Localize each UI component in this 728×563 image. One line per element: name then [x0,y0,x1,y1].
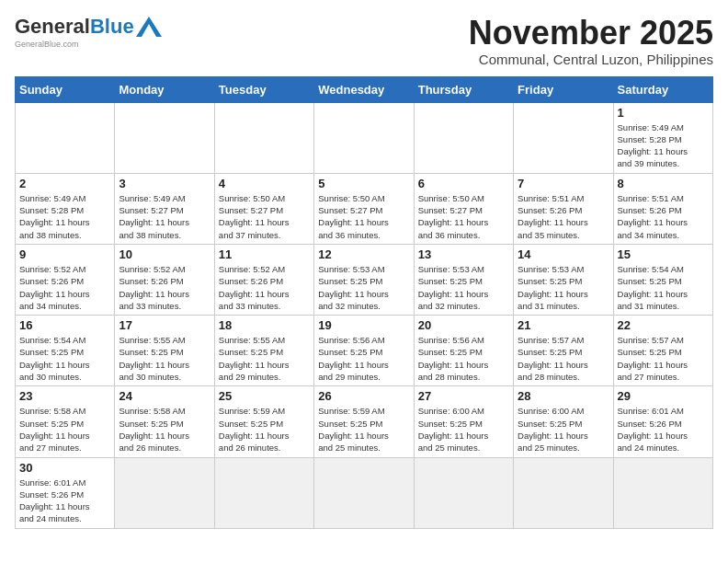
weekday-header-saturday: Saturday [613,76,712,102]
week-row-3: 9Sunrise: 5:52 AM Sunset: 5:26 PM Daylig… [16,244,713,315]
day-info: Sunrise: 5:50 AM Sunset: 5:27 PM Dayligh… [318,192,409,241]
calendar-cell: 22Sunrise: 5:57 AM Sunset: 5:25 PM Dayli… [613,316,712,386]
calendar-cell: 3Sunrise: 5:49 AM Sunset: 5:27 PM Daylig… [115,173,214,244]
title-area: November 2025 Communal, Central Luzon, P… [469,15,713,67]
day-number: 16 [19,318,110,332]
day-number: 18 [219,318,310,332]
day-number: 6 [418,177,509,190]
calendar-cell: 21Sunrise: 5:57 AM Sunset: 5:25 PM Dayli… [514,316,613,386]
calendar-cell: 7Sunrise: 5:51 AM Sunset: 5:26 PM Daylig… [514,173,613,244]
day-info: Sunrise: 5:49 AM Sunset: 5:28 PM Dayligh… [19,192,110,241]
day-info: Sunrise: 5:58 AM Sunset: 5:25 PM Dayligh… [119,405,210,454]
day-number: 10 [119,247,210,261]
calendar-cell: 4Sunrise: 5:50 AM Sunset: 5:27 PM Daylig… [214,173,313,244]
day-info: Sunrise: 5:52 AM Sunset: 5:26 PM Dayligh… [219,263,310,312]
week-row-5: 23Sunrise: 5:58 AM Sunset: 5:25 PM Dayli… [16,386,713,457]
day-number: 5 [318,177,409,190]
logo-url: GeneralBlue.com [15,40,79,49]
day-info: Sunrise: 5:53 AM Sunset: 5:25 PM Dayligh… [418,263,509,312]
logo-icon [136,17,162,37]
day-info: Sunrise: 5:53 AM Sunset: 5:25 PM Dayligh… [518,263,609,312]
day-info: Sunrise: 6:00 AM Sunset: 5:25 PM Dayligh… [418,405,509,454]
weekday-header-sunday: Sunday [16,76,115,102]
day-info: Sunrise: 5:49 AM Sunset: 5:28 PM Dayligh… [618,121,709,170]
day-number: 15 [618,247,709,261]
day-number: 26 [318,389,409,403]
weekday-header-monday: Monday [115,76,214,102]
day-info: Sunrise: 5:50 AM Sunset: 5:27 PM Dayligh… [418,192,509,241]
weekday-header-row: SundayMondayTuesdayWednesdayThursdayFrid… [16,76,713,102]
calendar-cell: 19Sunrise: 5:56 AM Sunset: 5:25 PM Dayli… [314,316,414,386]
day-number: 4 [219,177,310,190]
day-info: Sunrise: 5:57 AM Sunset: 5:25 PM Dayligh… [518,334,609,383]
calendar-cell [115,102,214,173]
day-info: Sunrise: 5:55 AM Sunset: 5:25 PM Dayligh… [119,334,210,383]
calendar-cell [514,102,613,173]
calendar-cell: 6Sunrise: 5:50 AM Sunset: 5:27 PM Daylig… [414,173,513,244]
weekday-header-friday: Friday [514,76,613,102]
calendar-cell [314,457,414,528]
calendar-cell: 14Sunrise: 5:53 AM Sunset: 5:25 PM Dayli… [514,244,613,315]
day-number: 17 [119,318,210,332]
day-info: Sunrise: 5:57 AM Sunset: 5:25 PM Dayligh… [618,334,709,383]
calendar-cell [214,457,313,528]
day-number: 2 [19,177,110,190]
day-info: Sunrise: 5:52 AM Sunset: 5:26 PM Dayligh… [119,263,210,312]
day-info: Sunrise: 5:54 AM Sunset: 5:25 PM Dayligh… [618,263,709,312]
week-row-4: 16Sunrise: 5:54 AM Sunset: 5:25 PM Dayli… [16,316,713,386]
calendar-cell: 30Sunrise: 6:01 AM Sunset: 5:26 PM Dayli… [16,457,115,528]
day-info: Sunrise: 5:50 AM Sunset: 5:27 PM Dayligh… [219,192,310,241]
calendar-cell [214,102,313,173]
day-info: Sunrise: 6:01 AM Sunset: 5:26 PM Dayligh… [19,477,110,525]
calendar-cell: 10Sunrise: 5:52 AM Sunset: 5:26 PM Dayli… [115,244,214,315]
day-number: 13 [418,247,509,261]
calendar-cell: 26Sunrise: 5:59 AM Sunset: 5:25 PM Dayli… [314,386,414,457]
day-info: Sunrise: 5:55 AM Sunset: 5:25 PM Dayligh… [219,334,310,383]
day-info: Sunrise: 5:51 AM Sunset: 5:26 PM Dayligh… [518,192,609,241]
day-info: Sunrise: 5:52 AM Sunset: 5:26 PM Dayligh… [19,263,110,312]
calendar-cell: 27Sunrise: 6:00 AM Sunset: 5:25 PM Dayli… [414,386,513,457]
calendar-cell: 9Sunrise: 5:52 AM Sunset: 5:26 PM Daylig… [16,244,115,315]
week-row-1: 1Sunrise: 5:49 AM Sunset: 5:28 PM Daylig… [16,102,713,173]
week-row-6: 30Sunrise: 6:01 AM Sunset: 5:26 PM Dayli… [16,457,713,528]
day-number: 20 [418,318,509,332]
logo-general-text: General [15,15,90,39]
calendar-cell: 13Sunrise: 5:53 AM Sunset: 5:25 PM Dayli… [414,244,513,315]
calendar-cell [414,457,513,528]
day-number: 25 [219,389,310,403]
logo: General Blue GeneralBlue.com [15,15,162,49]
calendar-cell: 1Sunrise: 5:49 AM Sunset: 5:28 PM Daylig… [613,102,712,173]
day-info: Sunrise: 5:56 AM Sunset: 5:25 PM Dayligh… [418,334,509,383]
day-number: 9 [19,247,110,261]
day-info: Sunrise: 5:58 AM Sunset: 5:25 PM Dayligh… [19,405,110,454]
calendar-cell: 11Sunrise: 5:52 AM Sunset: 5:26 PM Dayli… [214,244,313,315]
day-number: 22 [618,318,709,332]
calendar-cell [613,457,712,528]
month-title: November 2025 [469,15,713,52]
day-number: 21 [518,318,609,332]
calendar-cell: 20Sunrise: 5:56 AM Sunset: 5:25 PM Dayli… [414,316,513,386]
calendar-cell: 15Sunrise: 5:54 AM Sunset: 5:25 PM Dayli… [613,244,712,315]
calendar-cell: 12Sunrise: 5:53 AM Sunset: 5:25 PM Dayli… [314,244,414,315]
weekday-header-wednesday: Wednesday [314,76,414,102]
calendar-cell [115,457,214,528]
day-info: Sunrise: 6:00 AM Sunset: 5:25 PM Dayligh… [518,405,609,454]
calendar-cell: 29Sunrise: 6:01 AM Sunset: 5:26 PM Dayli… [613,386,712,457]
day-number: 8 [618,177,709,190]
calendar-cell [514,457,613,528]
day-number: 12 [318,247,409,261]
day-number: 30 [19,461,110,475]
day-info: Sunrise: 5:54 AM Sunset: 5:25 PM Dayligh… [19,334,110,383]
calendar-cell [16,102,115,173]
location-title: Communal, Central Luzon, Philippines [469,52,713,67]
day-number: 14 [518,247,609,261]
calendar-cell: 16Sunrise: 5:54 AM Sunset: 5:25 PM Dayli… [16,316,115,386]
logo-blue-text: Blue [90,15,134,39]
calendar-cell: 24Sunrise: 5:58 AM Sunset: 5:25 PM Dayli… [115,386,214,457]
calendar-table: SundayMondayTuesdayWednesdayThursdayFrid… [15,76,713,529]
day-info: Sunrise: 5:49 AM Sunset: 5:27 PM Dayligh… [119,192,210,241]
calendar-cell [414,102,513,173]
day-number: 28 [518,389,609,403]
day-number: 29 [618,389,709,403]
weekday-header-thursday: Thursday [414,76,513,102]
